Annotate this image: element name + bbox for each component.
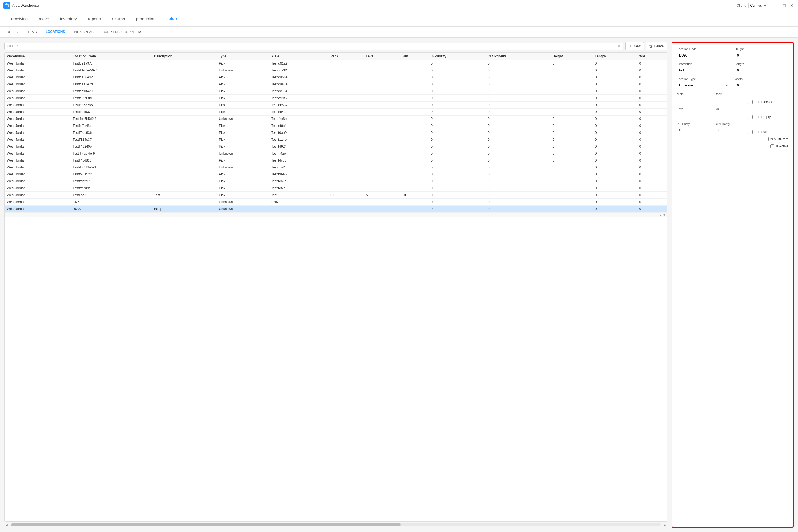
table-row[interactable]: West JordanTestfdaa1e7dPickTestfdaa1e000… bbox=[5, 81, 667, 88]
scroll-left-arrow[interactable]: ◀ bbox=[4, 523, 9, 527]
table-row[interactable]: West JordanTestLoc1TestPickTest01A010000… bbox=[5, 192, 667, 199]
client-select[interactable]: Cerritus bbox=[748, 3, 768, 8]
table-cell: TestLoc1 bbox=[71, 192, 152, 199]
table-cell bbox=[152, 95, 217, 102]
table-cell: 0 bbox=[637, 143, 667, 150]
filter-input[interactable] bbox=[20, 44, 616, 48]
nav-reports[interactable]: reports bbox=[82, 11, 107, 26]
table-cell: West Jordan bbox=[5, 206, 71, 212]
table-cell: fadflj bbox=[152, 206, 217, 212]
table-cell bbox=[400, 81, 429, 88]
scroll-thumb[interactable] bbox=[11, 523, 401, 527]
subnav-carriers-suppliers[interactable]: CARRIERS & SUPPLIERS bbox=[101, 26, 144, 37]
table-row[interactable]: West JordanTest-fec6b5d9-8UnknownTest-fe… bbox=[5, 116, 667, 122]
table-cell: 0 bbox=[637, 81, 667, 88]
table-row[interactable]: West JordanTestff114e37PickTestff114e000… bbox=[5, 136, 667, 143]
nav-receiving[interactable]: receiving bbox=[5, 11, 33, 26]
subnav-items[interactable]: ITEMS bbox=[25, 26, 38, 37]
table-row[interactable]: West JordanTest-fda32e59-7UnknownTest-fd… bbox=[5, 67, 667, 74]
table-cell: West Jordan bbox=[5, 81, 71, 88]
in-priority-input[interactable] bbox=[677, 127, 710, 134]
aisle-input[interactable] bbox=[677, 97, 710, 104]
scroll-up-arrow[interactable]: ▲ bbox=[659, 213, 662, 217]
table-row[interactable]: West JordanTest-ff4aef4e-9UnknownTest-ff… bbox=[5, 150, 667, 157]
table-cell: 0 bbox=[637, 122, 667, 129]
nav-move[interactable]: move bbox=[33, 11, 55, 26]
table-cell: 0 bbox=[429, 136, 486, 143]
subnav-rules[interactable]: RULES bbox=[5, 26, 19, 37]
nav-inventory[interactable]: inventory bbox=[55, 11, 82, 26]
table-cell: Pick bbox=[217, 88, 269, 95]
is-blocked-checkbox[interactable] bbox=[752, 100, 756, 104]
table-row[interactable]: West JordanTestff4cd813PickTestff4cd8000… bbox=[5, 157, 667, 164]
table-row[interactable]: West JordanTestff0ab936PickTestff0ab9000… bbox=[5, 129, 667, 136]
table-row[interactable]: West JordanTestff49240ePickTestff4924000… bbox=[5, 143, 667, 150]
table-cell bbox=[400, 206, 429, 212]
table-cell bbox=[152, 122, 217, 129]
table-row[interactable]: West JordanUNKUnknownUNK00000 bbox=[5, 199, 667, 206]
table-cell: 0 bbox=[429, 88, 486, 95]
height-input[interactable] bbox=[735, 52, 788, 59]
table-row[interactable]: West JordanTestfec4037aPickTestfec403000… bbox=[5, 109, 667, 116]
bin-input[interactable] bbox=[715, 112, 748, 119]
close-button[interactable]: ✕ bbox=[788, 3, 795, 8]
is-active-checkbox[interactable] bbox=[770, 144, 774, 148]
is-full-checkbox[interactable] bbox=[752, 130, 756, 134]
table-row[interactable]: West JordanTestff96a522PickTestff96a5000… bbox=[5, 171, 667, 178]
maximize-button[interactable]: □ bbox=[782, 3, 787, 8]
table-cell: Testffcf7d9a bbox=[71, 185, 152, 192]
table-cell: West Jordan bbox=[5, 157, 71, 164]
is-multi-item-checkbox[interactable] bbox=[765, 137, 768, 141]
table-cell: 0 bbox=[486, 143, 550, 150]
col-description: Description bbox=[152, 53, 217, 60]
table-cell: Testfdc134 bbox=[269, 88, 328, 95]
col-in-priority: In Priority bbox=[429, 53, 486, 60]
table-row[interactable]: West JordanTest-ff7413a5-3UnknownTest-ff… bbox=[5, 164, 667, 171]
new-button[interactable]: ＋ New bbox=[625, 42, 644, 50]
length-input[interactable] bbox=[735, 67, 788, 74]
table-row[interactable]: West JordanTestfd91a97cPickTestfd91a9000… bbox=[5, 60, 667, 67]
table-row[interactable]: West JordanBU90fadfljUnknown00000 bbox=[5, 206, 667, 212]
plus-icon: ＋ bbox=[629, 44, 632, 49]
location-code-input[interactable] bbox=[677, 52, 730, 59]
table-row[interactable]: West JordanTestfda56e42PickTestfda56e000… bbox=[5, 74, 667, 81]
out-priority-input[interactable] bbox=[715, 127, 748, 134]
subnav-pick-areas[interactable]: PICK AREAS bbox=[73, 26, 94, 37]
table-cell: Unknown bbox=[217, 116, 269, 122]
table-cell: Testfeb53265 bbox=[71, 102, 152, 109]
svg-rect-0 bbox=[5, 4, 8, 7]
level-input[interactable] bbox=[677, 112, 710, 119]
is-blocked-label: Is Blocked bbox=[758, 100, 773, 104]
table-cell: 0 bbox=[429, 171, 486, 178]
nav-returns[interactable]: returns bbox=[107, 11, 131, 26]
table-row[interactable]: West JordanTestfeb53265PickTestfeb532000… bbox=[5, 102, 667, 109]
table-row[interactable]: West JordanTestffcb2c89PickTestffcb2c000… bbox=[5, 178, 667, 185]
width-input[interactable] bbox=[735, 82, 788, 89]
table-cell: 0 bbox=[593, 157, 637, 164]
filter-clear-icon[interactable]: ✕ bbox=[618, 44, 621, 49]
table-cell bbox=[328, 67, 363, 74]
scroll-right-arrow[interactable]: ▶ bbox=[663, 523, 667, 527]
table-row[interactable]: West JordanTestfe99f68dPickTestfe99f6000… bbox=[5, 95, 667, 102]
horizontal-scrollbar[interactable]: ◀ ▶ bbox=[4, 522, 667, 528]
table-cell: 0 bbox=[550, 192, 592, 199]
subnav-locations[interactable]: LOCATIONS bbox=[44, 26, 66, 37]
nav-setup[interactable]: setup bbox=[161, 11, 182, 26]
scroll-down-arrow[interactable]: ▼ bbox=[663, 213, 666, 217]
scroll-track[interactable] bbox=[11, 523, 661, 527]
table-cell: 0 bbox=[486, 88, 550, 95]
minimize-button[interactable]: ─ bbox=[775, 3, 780, 8]
table-row[interactable]: West JordanTestfdc13420PickTestfdc134000… bbox=[5, 88, 667, 95]
table-row[interactable]: West JordanTestfef8c48ePickTestfef8c4000… bbox=[5, 122, 667, 129]
rack-input[interactable] bbox=[715, 97, 748, 104]
location-type-select[interactable]: Unknown Pick Bulk Staging bbox=[677, 82, 730, 89]
is-empty-checkbox[interactable] bbox=[752, 115, 756, 119]
description-input[interactable] bbox=[677, 67, 730, 74]
table-cell: 0 bbox=[550, 199, 592, 206]
delete-button[interactable]: 🗑 Delete bbox=[646, 42, 667, 50]
table-cell bbox=[152, 102, 217, 109]
table-cell bbox=[152, 178, 217, 185]
nav-production[interactable]: production bbox=[131, 11, 161, 26]
table-row[interactable]: West JordanTestffcf7d9aPickTestffcf7d000… bbox=[5, 185, 667, 192]
form-row-1: Location Code Height bbox=[677, 48, 788, 59]
